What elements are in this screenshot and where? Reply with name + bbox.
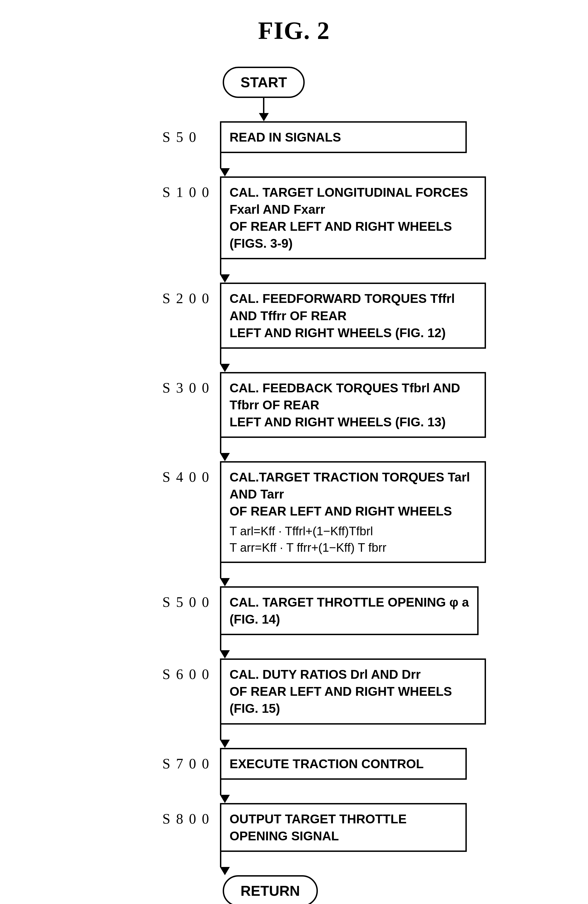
flowchart: START S 5 0 READ IN SIGNALS S 1 0 0 — [102, 67, 486, 904]
box-col-s200: CAL. FEEDFORWARD TORQUES Tffrl AND Tffrr… — [220, 283, 486, 372]
box-s50: READ IN SIGNALS — [220, 121, 467, 153]
step-row-s800: S 8 0 0 OUTPUT TARGET THROTTLE OPENING S… — [162, 803, 486, 875]
box-col-s100: CAL. TARGET LONGITUDINAL FORCES Fxarl AN… — [220, 176, 486, 283]
box-col-s700: EXECUTE TRACTION CONTROL — [220, 748, 467, 803]
return-terminal: RETURN — [223, 875, 318, 904]
step-label-s300: S 3 0 0 — [162, 372, 220, 396]
step-label-s200: S 2 0 0 — [162, 283, 220, 307]
start-block: START — [223, 67, 305, 121]
box-s700: EXECUTE TRACTION CONTROL — [220, 748, 467, 780]
step-label-s400: S 4 0 0 — [162, 461, 220, 485]
box-s100: CAL. TARGET LONGITUDINAL FORCES Fxarl AN… — [220, 176, 486, 259]
box-s400: CAL.TARGET TRACTION TORQUES Tarl AND Tar… — [220, 461, 486, 563]
figure-title: FIG. 2 — [258, 16, 330, 45]
step-row-s500: S 5 0 0 CAL. TARGET THROTTLE OPENING φ a… — [162, 586, 486, 659]
step-row-s400: S 4 0 0 CAL.TARGET TRACTION TORQUES Tarl… — [162, 461, 486, 586]
step-row-s600: S 6 0 0 CAL. DUTY RATIOS Drl AND Drr OF … — [162, 659, 486, 748]
step-label-s500: S 5 0 0 — [162, 586, 220, 610]
formula-tarl: T arl=Kff · Tffrl+(1−Kff)Tfbrl — [230, 523, 476, 539]
box-s300: CAL. FEEDBACK TORQUES Tfbrl AND Tfbrr OF… — [220, 372, 486, 438]
start-terminal: START — [223, 67, 305, 98]
box-s800: OUTPUT TARGET THROTTLE OPENING SIGNAL — [220, 803, 467, 852]
page: FIG. 2 START S 5 0 READ IN SIGNALS S — [0, 0, 588, 904]
box-col-s400: CAL.TARGET TRACTION TORQUES Tarl AND Tar… — [220, 461, 486, 586]
step-row-s50: S 5 0 READ IN SIGNALS — [162, 121, 486, 176]
step-row-s700: S 7 0 0 EXECUTE TRACTION CONTROL — [162, 748, 486, 803]
box-s600: CAL. DUTY RATIOS Drl AND Drr OF REAR LEF… — [220, 659, 486, 724]
box-s500: CAL. TARGET THROTTLE OPENING φ a (FIG. 1… — [220, 586, 479, 635]
formula-tarr: T arr=Kff · T ffrr+(1−Kff) T fbrr — [230, 539, 476, 556]
box-col-s800: OUTPUT TARGET THROTTLE OPENING SIGNAL — [220, 803, 467, 875]
step-label-s800: S 8 0 0 — [162, 803, 220, 827]
box-s200: CAL. FEEDFORWARD TORQUES Tffrl AND Tffrr… — [220, 283, 486, 348]
box-col-s300: CAL. FEEDBACK TORQUES Tfbrl AND Tfbrr OF… — [220, 372, 486, 461]
box-col-s600: CAL. DUTY RATIOS Drl AND Drr OF REAR LEF… — [220, 659, 486, 748]
return-block: RETURN — [223, 875, 318, 904]
step-row-s100: S 1 0 0 CAL. TARGET LONGITUDINAL FORCES … — [162, 176, 486, 283]
step-label-s600: S 6 0 0 — [162, 659, 220, 682]
step-label-s50: S 5 0 — [162, 121, 220, 145]
box-col-s50: READ IN SIGNALS — [220, 121, 467, 176]
step-row-s300: S 3 0 0 CAL. FEEDBACK TORQUES Tfbrl AND … — [162, 372, 486, 461]
step-row-s200: S 2 0 0 CAL. FEEDFORWARD TORQUES Tffrl A… — [162, 283, 486, 372]
box-col-s500: CAL. TARGET THROTTLE OPENING φ a (FIG. 1… — [220, 586, 479, 659]
step-label-s700: S 7 0 0 — [162, 748, 220, 772]
step-label-s100: S 1 0 0 — [162, 176, 220, 200]
